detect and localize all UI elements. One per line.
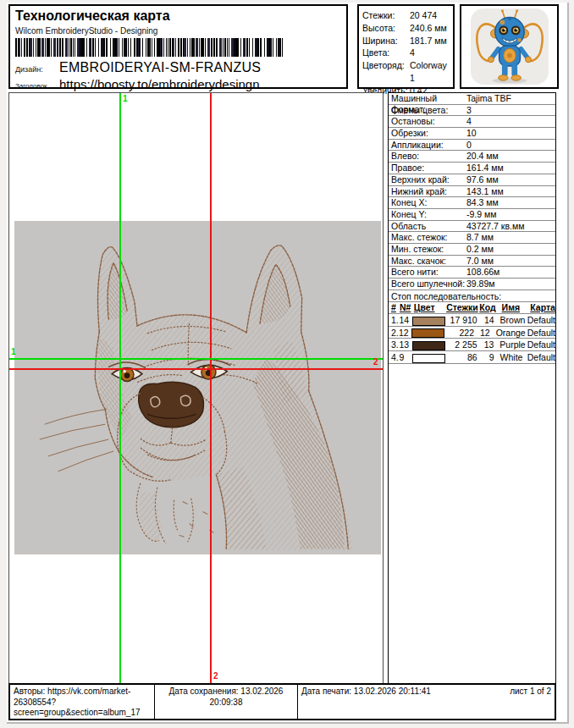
machine-row: Всего нити:108.66м: [389, 267, 555, 279]
machine-info-panel: Машинный формат:Tajima TBF Смены цвета:3…: [388, 92, 556, 688]
stop-sequence-row: 2. 12 222 12 Orange Default: [389, 327, 555, 339]
heading-url: https://boosty.to/embroiderydesingn: [59, 77, 260, 91]
summary-row: Ширина:181.7 мм: [362, 35, 453, 47]
guide-2-bottom-label: 2: [213, 672, 218, 681]
machine-row: Макс. скачок:7.0 мм: [389, 256, 555, 267]
guide-line-1-horizontal: [9, 358, 383, 360]
machine-row: Мин. стежок:0.2 мм: [389, 244, 555, 256]
stop-sequence-header: # N# Цвет Стежки Код Имя Карта: [389, 302, 555, 315]
heading-label: Заголовок: [15, 82, 47, 90]
summary-row: Цвета:4: [362, 47, 453, 59]
hoop-background: [14, 221, 381, 554]
header-box: Технологическая карта Wilcom EmbroideryS…: [8, 4, 348, 89]
software-name: Wilcom EmbroideryStudio - Designing: [15, 26, 157, 36]
design-name: EMBROIDERYAI-SM-FRANZUS: [59, 60, 261, 75]
barcode: [15, 38, 283, 57]
machine-row: Конец Y:-9.9 мм: [389, 209, 555, 221]
machine-row: Область43727.7 кв.мм: [389, 221, 555, 233]
summary-row: Цветоряд:Colorway 1: [362, 59, 453, 85]
stop-sequence-row: 4. 9 86 9 White Default: [389, 351, 555, 364]
summary-row: Стежки:20 474: [362, 9, 453, 22]
machine-row: Обрезки:10: [389, 128, 555, 140]
robot-mascot-image: [469, 8, 550, 85]
thread-color-swatch: [412, 354, 445, 363]
thread-color-swatch: [412, 317, 445, 326]
machine-row: Остановы:4: [389, 116, 555, 128]
guide-1-top-label: 1: [123, 95, 128, 103]
machine-row: Правое:161.4 мм: [389, 163, 555, 174]
machine-row: Смены цвета:3: [389, 105, 555, 117]
machine-row: Влево:20.4 мм: [389, 151, 555, 163]
machine-row: Макс. стежок:8.7 мм: [389, 232, 555, 244]
machine-row: Конец X:84.3 мм: [389, 197, 555, 209]
machine-row: Нижний край:143.1 мм: [389, 186, 555, 198]
design-label: Дизайн:: [15, 65, 43, 74]
machine-row: Всего шпулечной:39.89м: [389, 279, 555, 290]
printed-date: Дата печати: 13.02.2026 20:11:41: [301, 687, 431, 717]
print-info: Дата печати: 13.02.2026 20:11:41 лист 1 …: [298, 685, 555, 719]
mascot-box: [460, 4, 559, 89]
thread-color-swatch: [411, 328, 444, 338]
authors-text: Авторы: https://vk.com/market-26308554?s…: [10, 685, 154, 719]
footer-box: Авторы: https://vk.com/market-26308554?s…: [8, 683, 556, 720]
machine-row: Верхних край:97.6 мм: [389, 174, 555, 186]
summary-box: Стежки:20 474 Высота:240.6 мм Ширина:181…: [357, 4, 455, 89]
guide-line-2-horizontal: [9, 368, 383, 370]
stop-sequence-row: 3. 13 2 255 13 Purple Default: [389, 339, 555, 351]
design-preview-area: 1 1 2 2: [8, 92, 384, 684]
sheet-number: лист 1 of 2: [510, 687, 551, 717]
thread-color-swatch: [412, 341, 445, 350]
machine-row: Аппликации:0: [389, 140, 555, 152]
stop-sequence-title: Стоп последовательность:: [389, 290, 555, 302]
guide-line-2-vertical: [210, 93, 212, 683]
machine-row: Машинный формат:Tajima TBF: [389, 93, 555, 105]
guide-1-left-label: 1: [11, 348, 16, 356]
guide-2-right-label: 2: [373, 358, 378, 367]
french-bulldog-embroidery: [14, 221, 381, 554]
guide-line-1-vertical: [119, 93, 121, 683]
page-title: Технологическая карта: [15, 8, 170, 24]
saved-date: Дата сохранения: 13.02.2026 20:09:38: [154, 685, 298, 719]
stop-sequence-row: 1. 14 17 910 14 Brown Default: [389, 314, 555, 327]
worksheet-page: Технологическая карта Wilcom EmbroideryS…: [0, 0, 574, 728]
summary-row: Высота:240.6 мм: [362, 22, 453, 35]
